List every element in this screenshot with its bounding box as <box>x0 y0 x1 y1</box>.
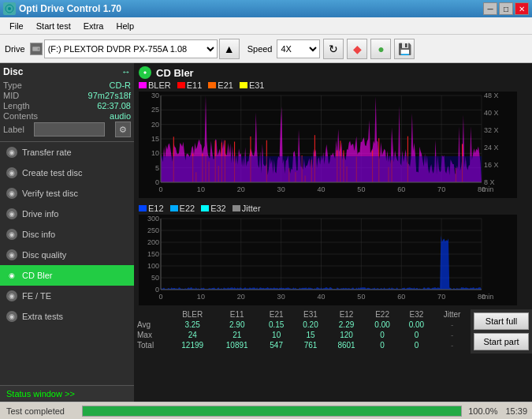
nav-create-test[interactable]: ◉ Create test disc <box>0 163 134 183</box>
row-avg-label: Avg <box>134 320 170 330</box>
th-bler: BLER <box>170 309 215 320</box>
label-input[interactable] <box>34 122 105 137</box>
chart-header: CD Bler <box>134 63 532 79</box>
row-avg-bler: 3.25 <box>170 320 215 330</box>
legend-label-e32: E32 <box>210 204 226 213</box>
row-max-label: Max <box>134 330 170 340</box>
table-row: Max 24 21 10 15 120 0 0 - <box>134 330 471 340</box>
nav-verify-test[interactable]: ◉ Verify test disc <box>0 183 134 204</box>
time-display: 15:39 <box>500 406 532 416</box>
legend-color-e32 <box>201 205 209 211</box>
refresh-button[interactable]: ↻ <box>323 39 344 59</box>
main-content: Disc ↔ Type CD-R MID 97m27s18f Length 62… <box>0 63 532 402</box>
nav-cd-bler[interactable]: ◉ CD Bler <box>0 265 134 286</box>
drive-icon <box>30 43 43 55</box>
nav-label-cd-bler: CD Bler <box>22 271 53 280</box>
row-avg-e32: 0.00 <box>400 320 433 330</box>
top-chart-wrapper <box>134 92 532 202</box>
row-total-e32: 0 <box>400 340 433 350</box>
nav-label-drive: Drive info <box>22 209 58 219</box>
mid-label: MID <box>3 91 19 100</box>
row-total-e11: 10891 <box>214 340 259 350</box>
row-avg-e31: 0.20 <box>293 320 327 330</box>
legend-e21: E21 <box>208 80 233 90</box>
length-label: Length <box>3 101 30 110</box>
bottom-chart <box>139 215 517 305</box>
status-window-button[interactable]: Status window >> <box>0 385 134 402</box>
nav-label-disc-quality: Disc quality <box>22 250 66 260</box>
type-label: Type <box>3 80 22 90</box>
nav-disc-info[interactable]: ◉ Disc info <box>0 224 134 245</box>
type-value: CD-R <box>110 80 132 90</box>
speed-label: Speed <box>247 44 273 54</box>
left-panel: Disc ↔ Type CD-R MID 97m27s18f Length 62… <box>0 63 134 402</box>
start-part-button[interactable]: Start part <box>474 333 529 350</box>
drive-select[interactable]: (F:) PLEXTOR DVDR PX-755A 1.08 <box>44 39 218 58</box>
th-jitter: Jitter <box>433 309 471 320</box>
th-e21: E21 <box>259 309 293 320</box>
menu-start-test[interactable]: Start test <box>30 20 77 32</box>
nav-transfer-rate[interactable]: ◉ Transfer rate <box>0 142 134 163</box>
legend-color-jitter <box>233 205 240 211</box>
menu-help[interactable]: Help <box>110 20 140 32</box>
row-max-e31: 15 <box>293 330 327 340</box>
titlebar: Opti Drive Control 1.70 ─ □ ✕ <box>0 0 532 17</box>
row-max-e22: 0 <box>365 330 399 340</box>
label-gear-button[interactable]: ⚙ <box>115 122 131 137</box>
th-e11: E11 <box>214 309 259 320</box>
disc-button[interactable]: ● <box>370 39 391 59</box>
menu-extra[interactable]: Extra <box>77 20 110 32</box>
th-e31: E31 <box>293 309 327 320</box>
close-button[interactable]: ✕ <box>515 2 529 15</box>
legend-e12: E12 <box>139 204 164 213</box>
legend-label-e12: E12 <box>148 204 164 213</box>
stats-wrapper: BLER E11 E21 E31 E12 E22 E32 Jitter Avg <box>134 309 471 354</box>
svg-point-3 <box>37 47 39 50</box>
start-full-button[interactable]: Start full <box>474 312 529 330</box>
nav-label-extra: Extra tests <box>22 312 63 321</box>
drive-label: Drive <box>5 44 25 54</box>
mid-value: 97m27s18f <box>88 91 131 100</box>
app-icon <box>3 2 16 15</box>
maximize-button[interactable]: □ <box>499 2 513 15</box>
legend-color-e31 <box>240 82 247 88</box>
nav-icon-cd-bler: ◉ <box>6 270 17 281</box>
speed-select[interactable]: 4X <box>277 39 320 58</box>
eject-button[interactable]: ▲ <box>219 39 240 59</box>
label-label: Label <box>3 125 24 134</box>
legend-color-e12 <box>139 205 147 211</box>
row-avg-e22: 0.00 <box>365 320 399 330</box>
row-avg-e11: 2.90 <box>214 320 259 330</box>
menu-file[interactable]: File <box>3 20 30 32</box>
length-value: 62:37.08 <box>97 101 131 110</box>
erase-button[interactable]: ◆ <box>347 39 367 59</box>
nav-icon-extra: ◉ <box>6 311 17 322</box>
legend-e11: E11 <box>177 80 203 90</box>
legend-color-e21 <box>208 82 216 88</box>
nav-disc-quality[interactable]: ◉ Disc quality <box>0 245 134 265</box>
disc-arrow-icon[interactable]: ↔ <box>121 66 131 77</box>
disc-title: Disc <box>3 66 23 77</box>
row-max-e11: 21 <box>214 330 259 340</box>
save-button[interactable]: 💾 <box>394 39 415 59</box>
minimize-button[interactable]: ─ <box>483 2 497 15</box>
nav-drive-info[interactable]: ◉ Drive info <box>0 204 134 224</box>
table-row: Avg 3.25 2.90 0.15 0.20 2.29 0.00 0.00 - <box>134 320 471 330</box>
nav-extra-tests[interactable]: ◉ Extra tests <box>0 306 134 327</box>
nav-icon-drive: ◉ <box>6 208 17 219</box>
nav-fe-te[interactable]: ◉ FE / TE <box>0 286 134 306</box>
row-total-e12: 8601 <box>328 340 366 350</box>
legend-label-e21: E21 <box>218 80 233 90</box>
nav-label-verify: Verify test disc <box>22 189 78 198</box>
stats-table: BLER E11 E21 E31 E12 E22 E32 Jitter Avg <box>134 309 471 350</box>
legend-color-e22 <box>170 205 178 211</box>
top-chart <box>139 92 517 198</box>
contents-label: Contents <box>3 111 38 121</box>
legend-label-e31: E31 <box>249 80 265 90</box>
th-e12: E12 <box>328 309 366 320</box>
disc-section: Disc ↔ Type CD-R MID 97m27s18f Length 62… <box>0 63 134 142</box>
row-max-jitter: - <box>433 330 471 340</box>
bottom-legend: E12 E22 E32 Jitter <box>134 202 532 215</box>
progress-bar <box>83 406 461 416</box>
nav-icon-transfer: ◉ <box>6 147 17 158</box>
